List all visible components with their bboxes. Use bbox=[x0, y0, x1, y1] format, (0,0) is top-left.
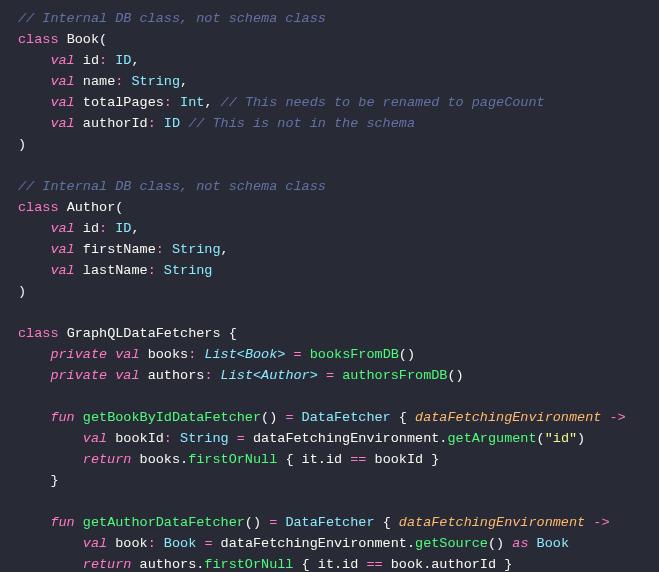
eq: = bbox=[269, 515, 277, 530]
eq: = bbox=[294, 347, 302, 362]
code-line: val totalPages: Int, // This needs to be… bbox=[18, 92, 659, 113]
comment: // This needs to be renamed to pageCount bbox=[221, 95, 545, 110]
brace: { bbox=[285, 452, 293, 467]
type: ID bbox=[115, 53, 131, 68]
comma: , bbox=[204, 95, 212, 110]
code-line: val bookId: String = dataFetchingEnviron… bbox=[18, 428, 659, 449]
kw-val: val bbox=[83, 536, 107, 551]
kw-return: return bbox=[83, 557, 132, 572]
class-name: GraphQLDataFetchers bbox=[67, 326, 221, 341]
code-line: } bbox=[18, 470, 659, 491]
it: it bbox=[318, 557, 334, 572]
field: firstName bbox=[83, 242, 156, 257]
comma: , bbox=[131, 53, 139, 68]
code-line: val lastName: String bbox=[18, 260, 659, 281]
brace: { bbox=[229, 326, 237, 341]
kw-val: val bbox=[50, 242, 74, 257]
blank-line bbox=[18, 386, 659, 407]
kw-fun: fun bbox=[50, 515, 74, 530]
param: dataFetchingEnvironment bbox=[415, 410, 601, 425]
code-line: fun getAuthorDataFetcher() = DataFetcher… bbox=[18, 512, 659, 533]
paren: ) bbox=[18, 137, 26, 152]
fn: booksFromDB bbox=[310, 347, 399, 362]
kw-val: val bbox=[50, 116, 74, 131]
ref: bookId bbox=[375, 452, 424, 467]
kw-val: val bbox=[83, 431, 107, 446]
paren: ) bbox=[18, 284, 26, 299]
colon: : bbox=[99, 221, 107, 236]
class-name: Book bbox=[67, 32, 99, 47]
brace: { bbox=[302, 557, 310, 572]
string: "id" bbox=[545, 431, 577, 446]
eqeq: == bbox=[366, 557, 382, 572]
code-line: fun getBookByIdDataFetcher() = DataFetch… bbox=[18, 407, 659, 428]
type: DataFetcher bbox=[285, 515, 374, 530]
blank-line bbox=[18, 155, 659, 176]
blank-line bbox=[18, 491, 659, 512]
kw-class: class bbox=[18, 200, 59, 215]
comma: , bbox=[221, 242, 229, 257]
kw-val: val bbox=[50, 74, 74, 89]
type: ID bbox=[164, 116, 180, 131]
it: it bbox=[302, 452, 318, 467]
colon: : bbox=[148, 116, 156, 131]
code-line: val id: ID, bbox=[18, 50, 659, 71]
var: bookId bbox=[115, 431, 164, 446]
field: lastName bbox=[83, 263, 148, 278]
kw-val: val bbox=[115, 347, 139, 362]
eqeq: == bbox=[350, 452, 366, 467]
type: Book bbox=[164, 536, 196, 551]
blank-line bbox=[18, 302, 659, 323]
comment: // Internal DB class, not schema class bbox=[18, 11, 326, 26]
code-line: return authors.firstOrNull { it.id == bo… bbox=[18, 554, 659, 572]
dot: . bbox=[180, 452, 188, 467]
colon: : bbox=[164, 95, 172, 110]
fn: firstOrNull bbox=[204, 557, 293, 572]
kw-as: as bbox=[512, 536, 528, 551]
fn: authorsFromDB bbox=[342, 368, 447, 383]
type: DataFetcher bbox=[302, 410, 391, 425]
colon: : bbox=[156, 242, 164, 257]
kw-class: class bbox=[18, 32, 59, 47]
type: ID bbox=[115, 221, 131, 236]
field: id bbox=[83, 221, 99, 236]
paren: ) bbox=[577, 431, 585, 446]
eq: = bbox=[326, 368, 334, 383]
code-line: class Author( bbox=[18, 197, 659, 218]
colon: : bbox=[148, 536, 156, 551]
code-line: // Internal DB class, not schema class bbox=[18, 8, 659, 29]
fn: getBookByIdDataFetcher bbox=[83, 410, 261, 425]
code-line: private val books: List<Book> = booksFro… bbox=[18, 344, 659, 365]
fn: getAuthorDataFetcher bbox=[83, 515, 245, 530]
colon: : bbox=[204, 368, 212, 383]
eq: = bbox=[237, 431, 245, 446]
kw-private: private bbox=[50, 347, 107, 362]
brace: } bbox=[50, 473, 58, 488]
kw-class: class bbox=[18, 326, 59, 341]
code-line: // Internal DB class, not schema class bbox=[18, 176, 659, 197]
paren: () bbox=[399, 347, 415, 362]
paren: ( bbox=[115, 200, 123, 215]
ref: books bbox=[140, 452, 181, 467]
colon: : bbox=[148, 263, 156, 278]
field: name bbox=[83, 74, 115, 89]
comment: // This is not in the schema bbox=[188, 116, 415, 131]
param: dataFetchingEnvironment bbox=[399, 515, 585, 530]
code-line: val name: String, bbox=[18, 71, 659, 92]
type: String bbox=[131, 74, 180, 89]
code-line: class GraphQLDataFetchers { bbox=[18, 323, 659, 344]
comma: , bbox=[131, 221, 139, 236]
type: String bbox=[180, 431, 229, 446]
kw-val: val bbox=[50, 263, 74, 278]
code-line: val firstName: String, bbox=[18, 239, 659, 260]
type: String bbox=[172, 242, 221, 257]
ref: authors bbox=[140, 557, 197, 572]
field: id bbox=[83, 53, 99, 68]
ref: dataFetchingEnvironment bbox=[221, 536, 407, 551]
type: List<Author> bbox=[221, 368, 318, 383]
colon: : bbox=[188, 347, 196, 362]
field: authorId bbox=[83, 116, 148, 131]
code-line: class Book( bbox=[18, 29, 659, 50]
arrow: -> bbox=[610, 410, 626, 425]
class-name: Author bbox=[67, 200, 116, 215]
